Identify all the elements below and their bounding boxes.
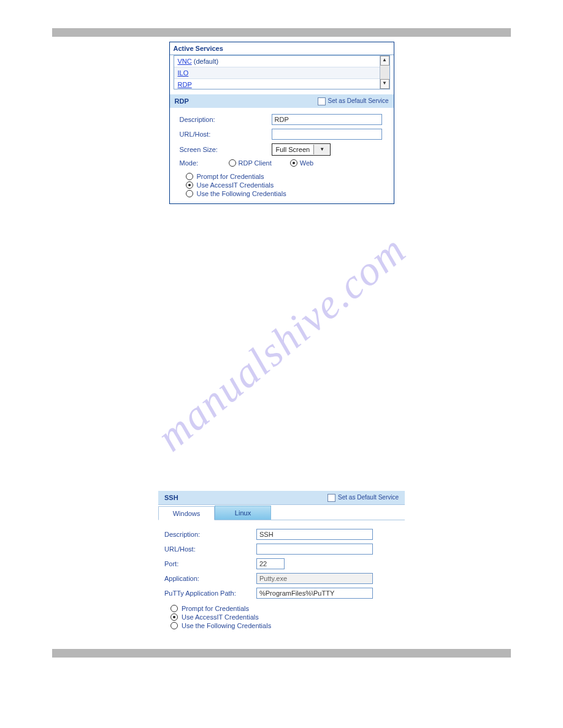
service-link-vnc[interactable]: VNC: [178, 58, 192, 65]
service-default-suffix: (default): [192, 58, 218, 65]
port-label: Port:: [164, 560, 256, 567]
cred-following-option[interactable]: Use the Following Credentials: [170, 622, 399, 629]
radio-icon[interactable]: [186, 190, 193, 197]
application-input: [256, 573, 373, 584]
url-host-input[interactable]: [256, 544, 373, 555]
ssh-form: Description: URL/Host: Port: Application…: [158, 520, 405, 634]
services-listbox[interactable]: VNC (default) ILO RDP ▲ ▼: [174, 55, 390, 89]
list-item[interactable]: ILO: [174, 67, 380, 79]
url-host-label: URL/Host:: [164, 545, 256, 553]
radio-icon[interactable]: [229, 159, 236, 167]
radio-icon[interactable]: [186, 181, 193, 189]
cred-accessit-label: Use AccessIT Credentials: [197, 181, 274, 189]
set-default-wrap[interactable]: Set as Default Service: [327, 491, 399, 504]
rdp-section-header: RDP Set as Default Service: [170, 94, 394, 108]
service-link-ilo[interactable]: ILO: [178, 69, 189, 77]
credentials-group: Prompt for Credentials Use AccessIT Cred…: [170, 605, 399, 629]
url-host-input[interactable]: [272, 129, 382, 140]
cred-accessit-option[interactable]: Use AccessIT Credentials: [170, 613, 399, 621]
cred-following-option[interactable]: Use the Following Credentials: [186, 190, 384, 197]
radio-icon[interactable]: [290, 159, 297, 167]
cred-prompt-option[interactable]: Prompt for Credentials: [186, 173, 384, 180]
set-default-label: Set as Default Service: [328, 94, 389, 108]
cred-accessit-option[interactable]: Use AccessIT Credentials: [186, 181, 384, 189]
mode-web-option[interactable]: Web: [290, 159, 313, 167]
active-services-panel: Active Services VNC (default) ILO RDP ▲ …: [169, 42, 394, 204]
top-bar: [52, 28, 511, 37]
ssh-section-header: SSH Set as Default Service: [158, 491, 405, 505]
cred-prompt-label: Prompt for Credentials: [182, 605, 249, 612]
watermark: manualshive.com: [148, 225, 416, 460]
list-item[interactable]: RDP: [174, 79, 380, 90]
radio-icon[interactable]: [170, 622, 178, 629]
service-link-rdp[interactable]: RDP: [178, 81, 192, 88]
description-label: Description:: [164, 531, 256, 538]
mode-radio-group: RDP Client Web: [229, 159, 314, 167]
cred-following-label: Use the Following Credentials: [197, 190, 286, 197]
description-input[interactable]: [272, 114, 382, 125]
rdp-form: Description: URL/Host: Screen Size: Full…: [170, 108, 394, 203]
section-title: SSH: [164, 491, 178, 504]
mode-label: Mode:: [180, 159, 229, 167]
cred-prompt-label: Prompt for Credentials: [197, 173, 264, 180]
cred-accessit-label: Use AccessIT Credentials: [182, 613, 259, 621]
os-tabs: Windows Linux: [158, 505, 405, 520]
screen-size-value: Full Screen: [272, 146, 314, 153]
screen-size-select[interactable]: Full Screen ▼: [272, 143, 331, 156]
radio-icon[interactable]: [186, 173, 193, 180]
description-label: Description:: [180, 116, 272, 123]
section-title: RDP: [175, 94, 189, 108]
credentials-group: Prompt for Credentials Use AccessIT Cred…: [186, 173, 384, 197]
set-default-checkbox[interactable]: [327, 494, 335, 502]
description-input[interactable]: [256, 529, 373, 540]
cred-following-label: Use the Following Credentials: [182, 622, 271, 629]
screen-size-label: Screen Size:: [180, 146, 272, 153]
scroll-up-icon[interactable]: ▲: [380, 56, 389, 66]
mode-rdp-client-option[interactable]: RDP Client: [229, 159, 272, 167]
putty-path-input[interactable]: [256, 588, 373, 599]
url-host-label: URL/Host:: [180, 131, 272, 138]
tab-windows[interactable]: Windows: [158, 506, 215, 520]
application-label: Application:: [164, 575, 256, 582]
chevron-down-icon[interactable]: ▼: [313, 145, 330, 154]
tab-linux[interactable]: Linux: [215, 506, 271, 520]
radio-icon[interactable]: [170, 605, 178, 612]
panel-heading: Active Services: [170, 42, 394, 55]
listbox-scrollbar[interactable]: ▲ ▼: [380, 56, 389, 89]
set-default-wrap[interactable]: Set as Default Service: [318, 94, 389, 108]
radio-icon[interactable]: [170, 613, 178, 621]
cred-prompt-option[interactable]: Prompt for Credentials: [170, 605, 399, 612]
mode-rdp-client-label: RDP Client: [239, 159, 272, 167]
port-input[interactable]: [256, 558, 285, 569]
putty-path-label: PuTTy Application Path:: [164, 590, 256, 597]
set-default-checkbox[interactable]: [318, 97, 326, 105]
mode-web-label: Web: [300, 159, 313, 167]
set-default-label: Set as Default Service: [338, 491, 399, 504]
ssh-panel: SSH Set as Default Service Windows Linux…: [158, 491, 405, 634]
list-item[interactable]: VNC (default): [174, 56, 380, 67]
scroll-down-icon[interactable]: ▼: [380, 79, 389, 89]
listbox-rows: VNC (default) ILO RDP: [174, 56, 380, 89]
bottom-bar: [52, 649, 511, 658]
